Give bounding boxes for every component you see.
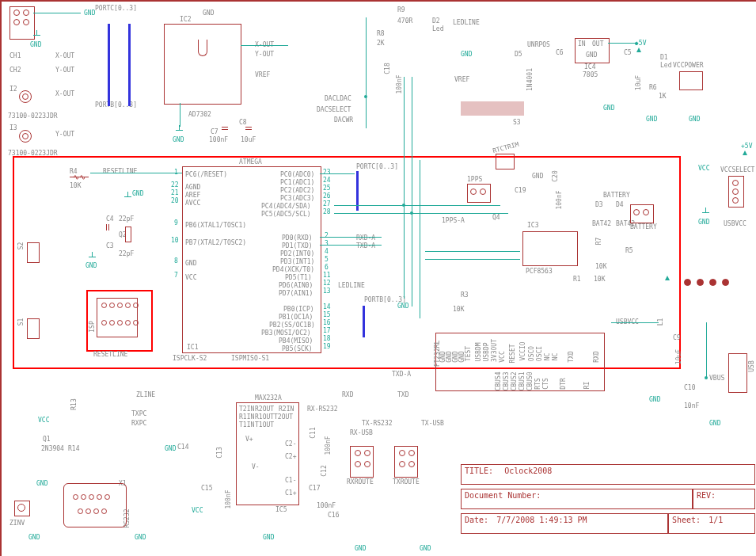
pb2: PB2(SS/OC1B)	[269, 322, 315, 329]
pd7: PD7(AIN1)	[279, 290, 313, 297]
pb1: PB1(OC1A)	[279, 314, 313, 321]
c11-ref: C11	[310, 427, 317, 438]
pin20: 20	[171, 197, 179, 204]
c19-ref: C19	[515, 187, 526, 194]
doc-row: Document Number:	[461, 489, 693, 509]
label-gnd: GND	[355, 545, 366, 552]
gnd-icon	[702, 208, 710, 215]
pin22: 22	[171, 181, 179, 189]
c4-val: 22pF	[119, 215, 134, 223]
label-ledline: LEDLINE	[338, 282, 365, 289]
pad	[643, 209, 649, 215]
bat42: BAT42	[592, 220, 611, 227]
ft-rxd: RXD	[593, 351, 600, 362]
c16-ref: C16	[328, 512, 339, 519]
label-vref: VREF	[255, 71, 270, 78]
r1in: R1IN	[239, 413, 254, 421]
label-gnd: GND	[646, 116, 657, 123]
r4	[70, 174, 89, 181]
wire	[241, 45, 288, 46]
pin18: 18	[323, 335, 331, 342]
label-gnd: GND	[135, 534, 146, 541]
ic2-notch	[198, 40, 207, 56]
pb3: PB3(MOSI/OC2)	[261, 329, 311, 337]
pin25: 25	[323, 185, 331, 192]
c10-val: 10nF	[684, 402, 699, 409]
c10-ref: C10	[684, 384, 695, 391]
s2-ref: S2	[17, 242, 25, 250]
label-gnd: GND	[203, 10, 214, 17]
junction	[635, 42, 638, 45]
title-value: Oclock2008	[504, 467, 552, 475]
label-dacwr: DACWR	[334, 116, 353, 124]
pin6: 6	[325, 264, 329, 271]
pin5: 5	[325, 256, 329, 263]
pin21: 21	[171, 189, 179, 196]
label-vref: VREF	[454, 76, 469, 83]
label-ledline: LEDLINE	[453, 19, 480, 26]
label-gnd: GND	[165, 445, 176, 452]
d4-ref: D4	[616, 201, 624, 208]
pd4: PD4(XCK/T0)	[272, 266, 314, 273]
pad	[408, 461, 415, 467]
label-vcc: VCC	[192, 507, 203, 514]
label-usbvcc: USBVCC	[724, 220, 747, 227]
label-gnd: GND	[263, 534, 274, 541]
wire	[320, 237, 382, 238]
c3-val: 22pF	[119, 250, 134, 257]
r6-val: 1K	[659, 93, 667, 100]
r7-ref: R7	[595, 238, 602, 246]
d5-ref: D5	[515, 51, 522, 58]
c5-val: 10uF	[635, 75, 642, 90]
d2-ref: D2	[432, 17, 440, 25]
label-txda: TXD-A	[392, 371, 411, 378]
label-i2: I2	[9, 86, 17, 93]
label-resetline: RESETLINE	[93, 351, 127, 358]
c1m: C1-	[285, 477, 296, 484]
q4-ref: Q4	[492, 214, 500, 221]
label-ch2: CH2	[9, 67, 21, 74]
d5-val: 1N4001	[526, 68, 534, 91]
r2in: R2IN	[279, 406, 294, 413]
s3-ref: S3	[513, 119, 521, 126]
avcc: AVCC	[185, 200, 200, 207]
r1out: R1OUT	[255, 413, 274, 421]
isp-pins-bot	[101, 320, 139, 326]
ft-rts: RTS	[534, 378, 541, 389]
pin26: 26	[323, 192, 331, 200]
ic5-type: MAX232A	[255, 394, 282, 402]
bus-left1	[108, 24, 110, 106]
ic3-type: PCF8563	[526, 268, 553, 275]
label-gnd: GND	[420, 545, 431, 552]
wire	[180, 103, 180, 127]
c7-ref: C7	[211, 128, 218, 135]
ft-cbus3: CBUS3	[503, 371, 510, 390]
r8-val: 2K	[377, 40, 385, 47]
c7-val: 100nF	[209, 136, 228, 143]
ft-usbdp: USBDP	[483, 342, 490, 361]
label-dacldac: DACLDAC	[325, 95, 351, 102]
label-txd: TXD	[397, 391, 408, 398]
label-rxda: RXD-A	[356, 234, 375, 242]
label-gnd: GND	[132, 190, 143, 197]
c2p: C2+	[285, 453, 296, 460]
r8-ref: R8	[377, 30, 385, 37]
c12-ref: C12	[321, 465, 328, 476]
pin14: 14	[323, 303, 331, 310]
c14-ref: C14	[177, 444, 188, 451]
c17-ref: C17	[309, 485, 320, 492]
label-vcc: VCC	[698, 165, 709, 172]
pin12: 12	[323, 280, 331, 287]
zinv-pad	[17, 504, 25, 512]
r3-ref: R3	[461, 291, 469, 299]
c20-val: 100nF	[556, 190, 563, 209]
dot	[709, 279, 716, 286]
pin28: 28	[323, 208, 331, 215]
ft-cbus1: CBUS1	[519, 371, 526, 390]
wire	[90, 173, 182, 173]
vminus: V-	[252, 463, 260, 470]
s1-ref: S1	[17, 318, 25, 326]
c3-ref: C3	[106, 242, 114, 249]
ft-nc: NC	[552, 353, 559, 361]
txroute-header	[394, 446, 418, 478]
